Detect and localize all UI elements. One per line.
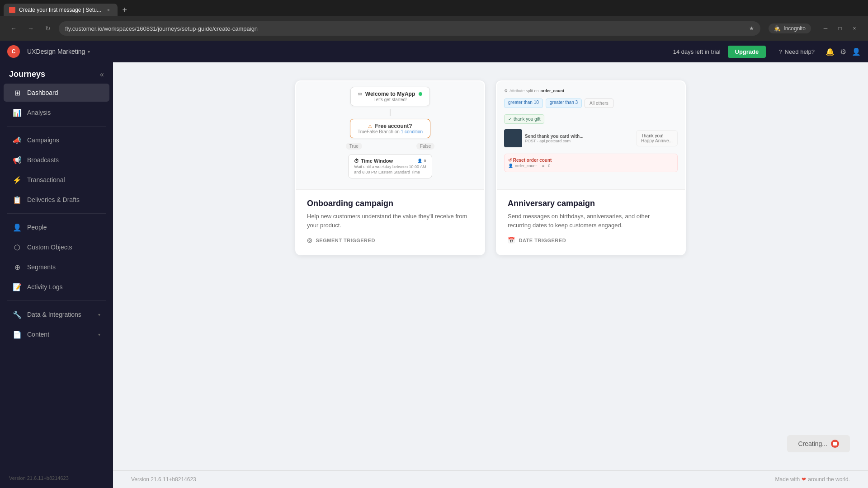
- sidebar-label-activity-logs: Activity Logs: [27, 283, 63, 291]
- sidebar-item-content[interactable]: 📄 Content ▾: [4, 325, 109, 343]
- address-bar[interactable]: fly.customer.io/workspaces/160831/journe…: [59, 21, 760, 36]
- reset-title: ↺ Reset order count: [508, 158, 674, 163]
- segments-icon: ⊕: [13, 263, 22, 272]
- segment-trigger-icon: ◎: [307, 237, 312, 244]
- app-logo: C: [7, 45, 20, 58]
- free-account-node: ⚠ Free account? TrueFalse Branch on 1 co…: [350, 119, 430, 138]
- sidebar-label-data-integrations: Data & Integrations: [27, 311, 81, 318]
- create-button-label: Creating...: [798, 440, 827, 447]
- reset-order-row: ↺ Reset order count 👤 order_count = 0: [504, 154, 678, 172]
- footer-version: Version 21.6.11+b8214623: [131, 476, 196, 483]
- bookmark-icon: ★: [749, 25, 754, 32]
- sidebar: Journeys « ⊞ Dashboard 📊 Analysis 📣 Camp…: [0, 62, 113, 488]
- deliveries-icon: 📋: [13, 195, 22, 204]
- gear-icon[interactable]: ⚙: [840, 47, 846, 56]
- welcome-node: ✉ Welcome to MyApp Let's get started!: [350, 87, 430, 106]
- sidebar-label-analysis: Analysis: [27, 109, 51, 116]
- reset-attr-row: 👤 order_count = 0: [508, 164, 674, 168]
- sidebar-label-people: People: [27, 224, 47, 231]
- thank-you-text-node: Thank you! Happy Annive...: [636, 130, 678, 146]
- stop-icon: [831, 440, 839, 448]
- greater-than-10-tag: greater than 10: [504, 99, 543, 108]
- sidebar-item-custom-objects[interactable]: ⬡ Custom Objects: [4, 238, 109, 256]
- sidebar-divider-2: [7, 213, 106, 214]
- sidebar-item-campaigns[interactable]: 📣 Campaigns: [4, 131, 109, 149]
- activity-logs-icon: 📝: [13, 282, 22, 291]
- app-bar-icons: 🔔 ⚙ 👤: [826, 47, 861, 56]
- sidebar-collapse-button[interactable]: «: [100, 70, 104, 79]
- onboarding-campaign-card[interactable]: ✉ Welcome to MyApp Let's get started! ⚠: [295, 80, 485, 255]
- sidebar-item-transactional[interactable]: ⚡ Transactional: [4, 171, 109, 189]
- forward-button[interactable]: →: [24, 22, 37, 35]
- main-content: ✉ Welcome to MyApp Let's get started! ⚠: [113, 62, 868, 488]
- new-tab-button[interactable]: +: [118, 4, 131, 16]
- sidebar-item-data-integrations[interactable]: 🔧 Data & Integrations ▾: [4, 305, 109, 324]
- sidebar-item-analysis[interactable]: 📊 Analysis: [4, 103, 109, 122]
- sidebar-item-broadcasts[interactable]: 📢 Broadcasts: [4, 151, 109, 169]
- sidebar-label-deliveries: Deliveries & Drafts: [27, 196, 80, 203]
- card-thumbnail: [504, 129, 522, 147]
- sidebar-item-segments[interactable]: ⊕ Segments: [4, 258, 109, 276]
- custom-objects-icon: ⬡: [13, 243, 22, 252]
- onboarding-card-info: Onboarding campaign Help new customers u…: [296, 190, 484, 254]
- browser-actions: 🕵 Incognito: [769, 23, 811, 33]
- maximize-button[interactable]: □: [834, 22, 846, 35]
- incognito-label: Incognito: [783, 25, 806, 32]
- anniversary-campaign-card[interactable]: ⚙ Attribute split on order_count greater…: [496, 80, 686, 255]
- address-text: fly.customer.io/workspaces/160831/journe…: [65, 25, 745, 32]
- incognito-button[interactable]: 🕵 Incognito: [769, 23, 811, 33]
- upgrade-button[interactable]: Upgrade: [728, 46, 766, 58]
- footer-made-text: Made with: [775, 476, 800, 483]
- help-button[interactable]: ? Need help?: [778, 48, 815, 55]
- workspace-caret-icon: ▾: [88, 49, 90, 54]
- refresh-button[interactable]: ↻: [42, 22, 54, 35]
- sidebar-label-content: Content: [27, 331, 49, 338]
- sidebar-item-deliveries[interactable]: 📋 Deliveries & Drafts: [4, 191, 109, 209]
- onboarding-card-title: Onboarding campaign: [307, 199, 473, 208]
- attr-split-label: ⚙ Attribute split on order_count: [504, 89, 678, 93]
- anniversary-preview: ⚙ Attribute split on order_count greater…: [497, 81, 685, 190]
- sidebar-title: Journeys: [9, 70, 45, 79]
- action-area: Creating...: [113, 435, 868, 470]
- minimize-button[interactable]: ─: [819, 22, 832, 35]
- tab-favicon: [9, 7, 15, 13]
- browser-chrome: Create your first message | Setu... × + …: [0, 0, 868, 41]
- user-icon[interactable]: 👤: [852, 47, 861, 56]
- close-window-button[interactable]: ×: [848, 22, 861, 35]
- order-count-label: order_count: [541, 89, 565, 93]
- sidebar-label-segments: Segments: [27, 263, 56, 271]
- app-footer: Version 21.6.11+b8214623 Made with ❤ aro…: [113, 470, 868, 488]
- workspace-name: UXDesign Marketing: [27, 48, 85, 55]
- broadcasts-icon: 📢: [13, 155, 22, 164]
- attribute-split-text: Attribute split on: [509, 89, 539, 93]
- onboarding-preview: ✉ Welcome to MyApp Let's get started! ⚠: [296, 81, 484, 190]
- incognito-icon: 🕵: [774, 25, 781, 32]
- thank-you-gift-row: ✓thank you gift: [504, 114, 678, 124]
- send-card-label: Send thank you card with...: [525, 134, 583, 139]
- sidebar-item-dashboard[interactable]: ⊞ Dashboard: [4, 84, 109, 102]
- data-integrations-arrow-icon: ▾: [98, 312, 100, 317]
- tab-title: Create your first message | Setu...: [19, 7, 101, 13]
- sidebar-item-people[interactable]: 👤 People: [4, 218, 109, 236]
- active-tab[interactable]: Create your first message | Setu... ×: [4, 4, 118, 16]
- people-icon: 👤: [13, 223, 22, 232]
- sidebar-divider-3: [7, 300, 106, 301]
- workspace-selector[interactable]: UXDesign Marketing ▾: [27, 48, 90, 55]
- tab-close-button[interactable]: ×: [105, 6, 112, 14]
- footer-heart-icon: ❤: [802, 476, 806, 483]
- bell-icon[interactable]: 🔔: [826, 47, 835, 56]
- anniversary-card-title: Anniversary campaign: [508, 199, 674, 208]
- analysis-icon: 📊: [13, 108, 22, 117]
- send-card-row: Send thank you card with... POST - api.p…: [504, 129, 678, 147]
- greater-than-3-tag: greater than 3: [546, 99, 582, 108]
- create-button[interactable]: Creating...: [787, 435, 850, 452]
- footer-around-world: around the world.: [808, 476, 850, 483]
- anniversary-card-desc: Send messages on birthdays, anniversarie…: [508, 212, 674, 230]
- all-others-tag: All others: [585, 99, 613, 108]
- sidebar-version: Version 21.6.11+b8214623: [9, 475, 104, 481]
- back-button[interactable]: ←: [7, 22, 20, 35]
- transactional-icon: ⚡: [13, 175, 22, 184]
- window-controls: ─ □ ×: [819, 22, 861, 35]
- stop-inner: [833, 442, 837, 446]
- sidebar-item-activity-logs[interactable]: 📝 Activity Logs: [4, 278, 109, 296]
